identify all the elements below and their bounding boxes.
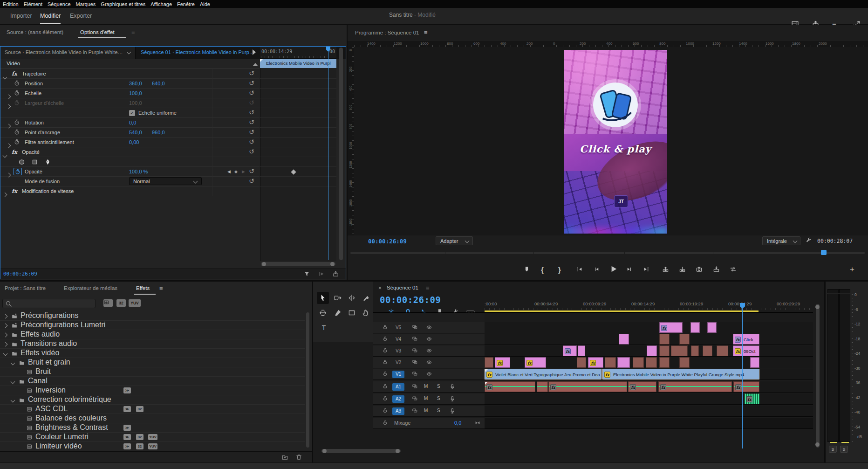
clip[interactable] [537,381,548,392]
clip[interactable] [671,345,688,356]
mix-volume-value[interactable]: 0,0 [454,420,461,426]
sync-lock-icon[interactable] [412,395,418,401]
clip[interactable] [619,334,629,345]
source-clip-dropdown[interactable]: Source · Electronics Mobile Video in Pur… [0,47,136,59]
param-value[interactable]: 640,0 [152,81,165,86]
tab-source-monitor[interactable]: Source : (sans élément) [7,29,63,35]
panel-menu-icon[interactable]: ≡ [131,28,135,35]
clip[interactable] [633,357,644,368]
keyframe-toggle-icon[interactable] [474,420,481,426]
lock-icon[interactable] [382,407,388,414]
tree-item-bruit-et-grain[interactable]: Bruit et grain [0,358,305,367]
timeline-tab[interactable]: Séquence 01 [387,285,418,290]
mark-out-button[interactable]: } [558,266,561,274]
program-scrub-bar[interactable] [350,252,865,254]
rectangle-tool[interactable] [346,307,358,319]
reset-parameter-icon[interactable]: ↺ [249,89,254,97]
stopwatch-icon[interactable] [14,129,20,135]
param-value[interactable]: 0,00 [129,139,139,145]
clip[interactable]: fx [733,381,759,392]
reset-parameter-icon[interactable]: ↺ [249,148,254,155]
mic-record-icon[interactable] [449,383,456,390]
effects-panel-menu-icon[interactable]: ≡ [159,285,163,292]
clip[interactable] [707,322,717,333]
ellipse-mask-icon[interactable] [18,159,25,166]
track-row-a3[interactable] [485,406,813,417]
chevron-icon[interactable] [3,352,8,356]
clip[interactable]: fx [563,345,577,356]
timeline-panel-menu-icon[interactable]: ≡ [426,284,430,291]
tab-effect-controls[interactable]: Options d'effet [80,29,115,35]
solo-button[interactable]: S [437,384,440,389]
menu-affichage[interactable]: Affichage [150,1,172,7]
stopwatch-icon[interactable] [14,138,20,145]
tree-item-correction-colorim-trique[interactable]: Correction colorimétrique [0,395,305,405]
pen-mask-icon[interactable] [44,159,51,166]
pen-tool[interactable] [332,307,344,319]
tab-importer[interactable]: Importer [10,8,32,24]
track-row-a2[interactable] [485,393,813,405]
stopwatch-icon[interactable] [14,168,22,175]
selection-tool[interactable] [317,292,329,304]
play-around-icon[interactable] [318,270,325,277]
track-name-a3[interactable]: A3 [392,407,404,415]
track-name-v4[interactable]: V4 [392,336,404,343]
button-editor-plus[interactable]: + [850,265,854,274]
track-name-v3[interactable]: V3 [392,347,404,355]
effect-name[interactable]: Modification de vitesse [22,188,74,194]
clip[interactable] [646,357,657,368]
menu-marques[interactable]: Marques [76,1,96,7]
menu-aide[interactable]: Aide [200,1,210,7]
mark-in-button[interactable]: { [541,266,544,274]
reset-parameter-icon[interactable]: ↺ [249,69,254,77]
chevron-icon[interactable] [3,342,8,347]
tree-item-balance-des-couleurs[interactable]: Balance des couleurs [0,414,305,423]
track-name-v5[interactable]: V5 [392,324,404,331]
clip[interactable] [703,345,712,356]
clip[interactable] [691,345,699,356]
solo-button[interactable]: S [437,396,440,401]
chevron-icon[interactable] [11,361,15,366]
track-row-v4[interactable] [485,334,813,345]
clip-electronics-mobile-video-in-pu[interactable]: fxElectronics Mobile Video in Purple Whi… [602,369,759,379]
clip[interactable] [659,357,670,368]
clip[interactable] [659,334,670,345]
clip[interactable] [577,357,586,368]
next-keyframe-icon[interactable]: ▶ [242,169,245,174]
step-forward-button[interactable] [626,266,633,273]
param-value[interactable]: 100,0 [129,100,142,106]
tree-item-asc-cdl[interactable]: ASC CDL≫32 [0,405,305,414]
tree-item-pr-configurations-lumetri[interactable]: Préconfigurations Lumetri [0,321,305,330]
mini-timeline-clip[interactable]: Electronics Mobile Video in Purpl [260,59,336,68]
trash-icon[interactable] [295,454,302,461]
go-to-in-button[interactable] [576,266,583,273]
stopwatch-icon[interactable] [14,99,20,106]
chevron-icon[interactable] [11,398,15,403]
clip[interactable] [578,345,585,356]
mute-button[interactable]: M [424,396,428,401]
track-name-v1[interactable]: V1 [392,371,404,378]
tab-projet-sans-titre[interactable]: Projet : Sans titre [5,285,46,291]
lock-icon[interactable] [382,324,388,330]
hand-tool[interactable] [360,307,372,319]
solo-button-left[interactable]: S [829,446,837,453]
slip-tool[interactable] [317,307,329,319]
lock-icon[interactable] [382,420,388,426]
add-marker-button[interactable] [523,266,530,273]
clip-click[interactable]: fxClick [733,334,759,345]
new-folder-icon[interactable] [281,454,288,461]
menu-el-ment[interactable]: Elément [24,1,42,7]
timeline-hscrollbar[interactable] [321,449,401,453]
tab-modifier[interactable]: Modifier [40,8,61,24]
mic-record-icon[interactable] [449,407,456,414]
tree-item-couleur-lumetri[interactable]: Couleur Lumetri≫32YUV [0,433,305,442]
playback-resolution-select[interactable]: Intégrale [762,236,800,245]
program-panel-menu-icon[interactable]: ≡ [424,29,428,36]
effect-panel-vscrollbar[interactable] [339,48,343,260]
stopwatch-icon[interactable] [14,80,20,86]
track-output-eye-icon[interactable] [426,359,432,366]
show-keyframes-icon[interactable] [253,49,256,55]
reset-parameter-icon[interactable]: ↺ [249,118,254,126]
export-icon[interactable] [332,270,339,277]
lock-icon[interactable] [382,383,388,389]
